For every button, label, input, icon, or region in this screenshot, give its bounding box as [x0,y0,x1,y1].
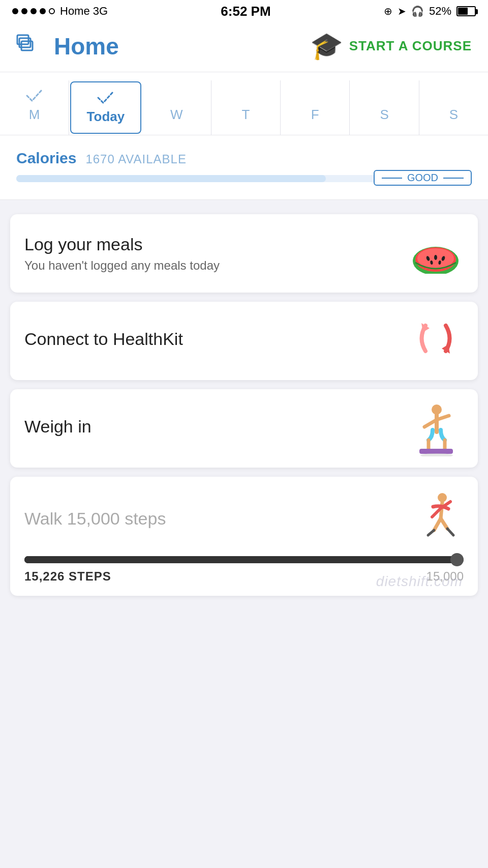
log-meals-subtitle: You haven't logged any meals today [24,258,408,273]
walk-stats: 15,226 STEPS 15,000 [24,569,464,584]
sunday-label: S [449,107,458,123]
status-bar: Home 3G 6:52 PM ⊕ ➤ 🎧 52% [0,0,488,22]
day-today[interactable]: Today [70,81,141,134]
log-meals-card[interactable]: Log your meals You haven't logged any me… [10,214,478,293]
start-course-button[interactable]: 🎓 START A COURSE [310,31,472,62]
calories-available: 1670 AVAILABLE [85,152,187,166]
navigation-icon: ➤ [398,5,406,17]
walk-steps-card[interactable]: Walk 15,000 steps [10,477,478,596]
watermelon-icon [408,230,464,276]
log-meals-text: Log your meals You haven't logged any me… [24,235,408,273]
start-course-label: START A COURSE [349,38,472,54]
header-left: Home [16,33,119,60]
week-navigation: M Today W T F S S [0,72,488,135]
day-sunday[interactable]: S [419,80,488,135]
home-icon [16,34,45,59]
signal-dot-2 [21,8,27,14]
svg-line-28 [447,529,453,535]
connect-healthkit-text: Connect to HealthKit [24,329,408,353]
connect-healthkit-title: Connect to HealthKit [24,329,408,349]
status-time: 6:52 PM [221,4,270,19]
saturday-label: S [380,107,388,123]
walk-steps-done: 15,226 STEPS [24,569,111,584]
calories-header: Calories 1670 AVAILABLE [16,150,472,167]
weigh-in-text: Weigh in [24,417,408,441]
location-icon: ⊕ [384,5,392,17]
day-monday[interactable]: M [0,80,69,135]
battery-percent: 52% [429,5,451,18]
svg-rect-19 [419,449,453,454]
signal-dot-3 [30,8,37,14]
calories-bar: GOOD [16,175,472,182]
today-label: Today [87,109,125,125]
status-right: ⊕ ➤ 🎧 52% [384,5,476,18]
page-title: Home [54,33,119,60]
scale-person-icon [408,406,464,451]
battery-icon [456,6,476,16]
monday-label: M [29,107,40,123]
day-wednesday[interactable]: W [142,80,211,135]
graduation-cap-icon: 🎓 [310,31,343,62]
friday-label: F [311,107,319,123]
weigh-in-card[interactable]: Weigh in [10,389,478,468]
status-left: Home 3G [12,5,108,18]
monday-icon [25,86,44,103]
signal-dot-5 [49,8,55,14]
thursday-label: T [242,107,250,123]
svg-point-7 [434,255,437,260]
svg-line-27 [428,530,434,535]
day-friday[interactable]: F [281,80,350,135]
svg-line-25 [434,518,441,530]
signal-dot-4 [40,8,46,14]
headphone-icon: 🎧 [411,5,424,17]
good-badge: GOOD [374,170,472,186]
good-label: GOOD [407,172,438,184]
good-line-left [382,178,402,179]
walk-progress-thumb [450,553,464,566]
network-label: 3G [93,5,108,18]
day-saturday[interactable]: S [350,80,419,135]
calories-label: Calories [16,150,76,167]
walk-steps-goal: 15,000 [426,569,464,584]
app-header: Home 🎓 START A COURSE [0,22,488,72]
carrier-label: Home [60,5,90,18]
signal-dot-1 [12,8,18,14]
walking-person-icon [418,493,464,544]
calories-section: Calories 1670 AVAILABLE GOOD [0,135,488,200]
svg-line-26 [441,518,447,529]
walk-progress-bar [24,556,464,563]
calories-bar-fill [16,175,326,182]
log-meals-title: Log your meals [24,235,408,254]
weigh-in-title: Weigh in [24,417,408,437]
walk-progress-fill [24,556,459,563]
good-line-right [443,178,464,179]
walk-card-top: Walk 15,000 steps [24,493,464,544]
sync-icon [408,318,464,364]
connect-healthkit-card[interactable]: Connect to HealthKit [10,302,478,380]
wednesday-label: W [170,107,183,123]
day-thursday[interactable]: T [211,80,281,135]
cards-section: Log your meals You haven't logged any me… [0,200,488,610]
today-icon [96,89,115,105]
walk-card-title: Walk 15,000 steps [24,509,166,529]
